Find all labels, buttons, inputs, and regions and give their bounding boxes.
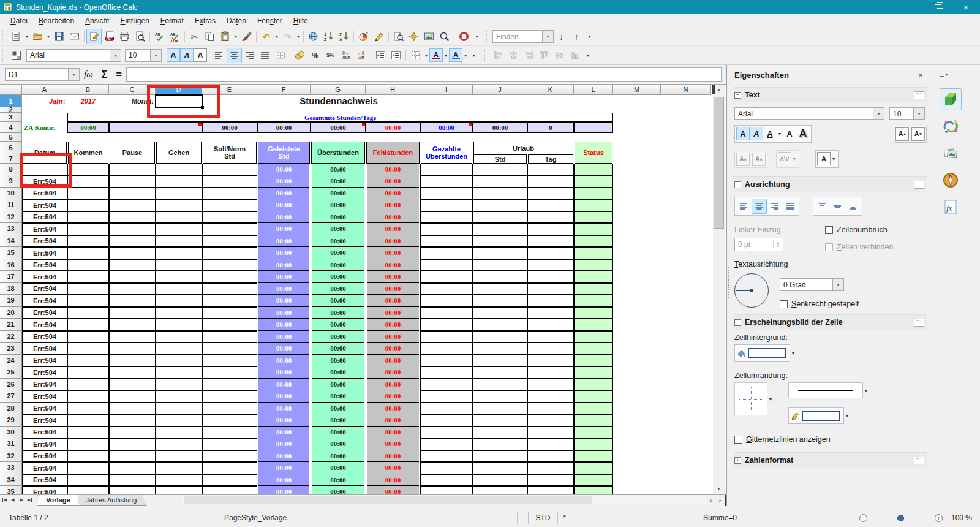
cell-K20[interactable] [527,307,574,319]
cell-I22[interactable] [420,331,473,343]
cell-K33[interactable] [527,462,574,474]
cell-J24[interactable] [473,355,527,367]
undo-dropdown[interactable]: ▾ [274,29,280,44]
column-header-E[interactable]: E [202,85,257,95]
cell-L14[interactable] [574,235,613,248]
sidebar-tab-properties[interactable] [940,88,962,110]
vertically-stacked-checkbox[interactable]: Senkrecht gestapelt [780,300,859,308]
close-button[interactable]: × [952,0,980,14]
cell-E28[interactable] [202,403,257,415]
cell-I12[interactable] [420,211,473,224]
cell-D14[interactable] [156,235,202,248]
cell-I32[interactable] [420,450,473,463]
cell-L22[interactable] [574,331,613,343]
row-header-23[interactable]: 23 [0,343,22,355]
row-header-1[interactable]: 1 [0,95,22,107]
row-header-5[interactable]: 5 [0,133,22,142]
delete-decimal-button[interactable]: ←0.00 [353,48,369,63]
cell-H32[interactable]: 00:00 [367,450,419,463]
align-center-button[interactable] [227,48,242,63]
font-size-combobox[interactable]: 10 ▾ [125,49,162,62]
cell-C12[interactable] [109,211,156,224]
cell-L28[interactable] [574,403,613,415]
align-object-bottom-button[interactable] [567,48,582,63]
cell-I15[interactable] [420,247,473,259]
cell-D10[interactable] [156,188,202,200]
cell-B31[interactable] [67,438,109,450]
cell-J31[interactable] [473,438,527,450]
cell-E4[interactable]: 00:00 [202,122,257,133]
cell-F6[interactable]: Geleistete Std [258,142,310,164]
cell-K30[interactable] [527,427,574,439]
bold-button[interactable]: A [167,48,180,62]
cell-E33[interactable] [202,462,257,474]
active-cell-selection[interactable] [155,94,203,108]
cell-B13[interactable] [67,223,109,235]
cell-B14[interactable] [67,235,109,248]
currency-format-button[interactable] [292,48,307,63]
cell-B4[interactable]: 00:00 [67,122,109,133]
cell-J10[interactable] [473,188,527,200]
cell-F27[interactable]: 00:00 [258,390,309,403]
cell-G30[interactable]: 00:00 [312,427,364,439]
cell-C6[interactable]: Pause [110,142,155,164]
cell-G13[interactable]: 00:00 [312,223,364,235]
cell-B11[interactable] [67,199,109,211]
cell-C26[interactable] [109,379,156,391]
cell-I8[interactable] [420,164,473,175]
line-color-dropdown[interactable]: ▾ [844,409,850,423]
cell-J32[interactable] [473,450,527,463]
cell-L26[interactable] [574,379,613,391]
cell-K19[interactable] [527,295,574,307]
cell-C21[interactable] [109,319,156,331]
cell-B19[interactable] [67,295,109,307]
cell-H30[interactable]: 00:00 [367,427,419,439]
cell-H14[interactable]: 00:00 [367,235,419,248]
cell-A17[interactable]: Err:504 [22,271,67,283]
cell-J26[interactable] [473,379,527,391]
equals-button[interactable]: = [116,69,121,80]
cell-K15[interactable] [527,247,574,259]
cell-K25[interactable] [527,366,574,379]
cell-E32[interactable] [202,450,257,463]
cell-K4[interactable]: 0 [527,122,574,133]
restore-button[interactable] [924,0,952,14]
character-spacing-button[interactable]: A\V [778,152,791,165]
cell-G6[interactable]: Überstunden [311,142,365,164]
cell-B34[interactable] [67,474,109,487]
cell-B3[interactable]: Gesammte Stunden/Tage [67,113,613,122]
cell-L25[interactable] [574,366,613,379]
zoom-in-button[interactable]: + [935,514,943,522]
formula-input-line[interactable] [126,67,722,82]
cell-I18[interactable] [420,283,473,295]
cell-H35[interactable]: 00:00 [367,486,419,494]
export-pdf-button[interactable]: PDF [102,29,117,44]
cell-J17[interactable] [473,271,527,283]
cell-B27[interactable] [67,390,109,403]
cell-H26[interactable]: 00:00 [367,379,419,391]
split-box[interactable] [712,85,715,94]
cell-E24[interactable] [202,355,257,367]
selection-fill-handle[interactable] [201,106,204,109]
cell-B33[interactable] [67,462,109,474]
percent-format-button[interactable]: % [307,48,323,63]
number-format-more-options-icon[interactable]: ··· [914,457,924,464]
cell-H24[interactable]: 00:00 [367,355,419,367]
sidebar-font-color-dropdown[interactable]: ▾ [831,152,837,166]
cell-C29[interactable] [109,414,156,427]
cell-I35[interactable] [420,486,473,494]
cell-K31[interactable] [527,438,574,450]
sidebar-align-right-button[interactable] [767,199,782,214]
cell-E34[interactable] [202,474,257,487]
row-header-15[interactable]: 15 [0,247,22,259]
row-header-17[interactable]: 17 [0,271,22,283]
cell-L6[interactable]: Status [575,142,612,164]
cell-C24[interactable] [109,355,156,367]
cell-I10[interactable] [420,188,473,200]
cell-F26[interactable]: 00:00 [258,379,309,391]
cell-H23[interactable]: 00:00 [367,343,419,355]
cell-F33[interactable]: 00:00 [258,462,309,474]
row-header-7[interactable]: 7 [0,154,22,164]
cell-C33[interactable] [109,462,156,474]
align-right-button[interactable] [242,48,257,63]
